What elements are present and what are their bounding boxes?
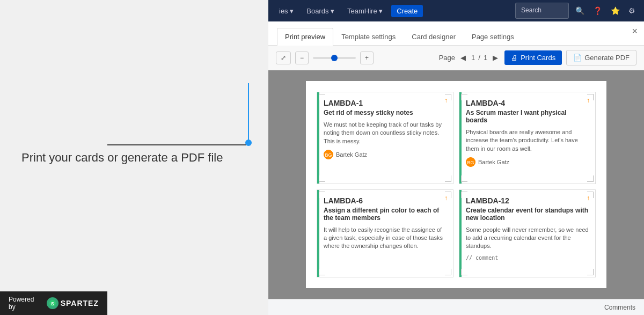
settings-icon[interactable]: ⚙ <box>626 4 638 17</box>
priority-icon: ↑ <box>587 97 590 104</box>
card-id: LAMBDA-4 <box>466 99 589 107</box>
corner-bl <box>319 269 325 275</box>
tab-template-settings[interactable]: Template settings <box>333 28 404 45</box>
connector-line <box>248 83 249 141</box>
nav-item-teamhire[interactable]: TeamHire ▾ <box>343 5 387 17</box>
page-total: 1 <box>484 54 487 62</box>
card-lambda-1: ↑ LAMBDA-1 Get rid of messy sticky notes… <box>317 92 453 184</box>
powered-by-bar: Powered by S SPARTEZ <box>0 291 107 315</box>
card-border <box>317 190 319 277</box>
corner-bl <box>461 175 467 182</box>
corner-bl <box>461 269 467 275</box>
powered-by-text: Powered by <box>9 296 42 311</box>
page-label: Page <box>439 54 455 62</box>
card-id: LAMBDA-1 <box>324 99 447 107</box>
card-lambda-4: ↑ LAMBDA-4 As Scrum master I want physic… <box>459 92 596 184</box>
card-lambda-6: ↑ LAMBDA-6 Assign a different pin color … <box>317 189 453 278</box>
assignee-name: Bartek Gatz <box>336 151 367 158</box>
left-panel: Print your cards or generate a PDF file … <box>0 0 274 315</box>
page-current: 1 <box>471 54 475 62</box>
status-bar: Comments <box>268 299 644 315</box>
corner-tl <box>461 94 467 100</box>
corner-br <box>445 175 451 182</box>
arrow-horizontal-line <box>107 144 246 145</box>
page-next-button[interactable]: ▶ <box>491 53 500 63</box>
star-icon[interactable]: ⭐ <box>609 4 622 17</box>
generate-pdf-button[interactable]: 📄 Generate PDF <box>566 50 636 65</box>
priority-icon: ↑ <box>444 97 448 104</box>
card-body: We must not be keeping track of our task… <box>324 121 447 145</box>
card-title: As Scrum master I want physical boards <box>466 109 589 124</box>
tab-card-designer[interactable]: Card designer <box>404 28 464 45</box>
connector-dot <box>245 140 252 146</box>
nav-item-boards[interactable]: Boards ▾ <box>302 5 339 17</box>
tab-print-preview[interactable]: Print preview <box>277 28 333 46</box>
page-info: Page ◀ 1 / 1 ▶ <box>439 53 500 63</box>
card-id: LAMBDA-6 <box>324 196 447 205</box>
tab-page-settings[interactable]: Page settings <box>464 28 522 45</box>
spartez-icon: S <box>47 297 58 309</box>
card-body: It will help to easily recognise the ass… <box>324 226 447 251</box>
annotation-text: Print your cards or generate a PDF file <box>21 151 223 165</box>
card-title: Assign a different pin color to each of … <box>324 207 447 222</box>
print-cards-button[interactable]: 🖨 Print Cards <box>504 50 562 65</box>
print-icon: 🖨 <box>511 54 518 62</box>
priority-icon: ↑ <box>444 194 448 202</box>
svg-text:BG: BG <box>467 160 474 165</box>
annotation-area: Print your cards or generate a PDF file <box>0 0 274 315</box>
card-border <box>459 92 462 184</box>
tabs-bar: Print preview Template settings Card des… <box>268 21 644 46</box>
card-border <box>459 190 462 277</box>
corner-tl <box>319 94 325 100</box>
help-icon[interactable]: ❓ <box>591 4 604 17</box>
comments-label: Comments <box>604 304 635 311</box>
preview-area: ↑ LAMBDA-1 Get rid of messy sticky notes… <box>268 70 644 299</box>
card-body: Physical boards are really awesome and i… <box>466 128 589 153</box>
corner-tl <box>461 192 467 198</box>
priority-icon: ↑ <box>587 194 590 202</box>
card-title: Get rid of messy sticky notes <box>324 109 447 116</box>
corner-bl <box>319 175 325 182</box>
app-window: ies ▾ Boards ▾ TeamHire ▾ Create Search … <box>268 0 644 315</box>
card-assignee: BG Bartek Gatz <box>466 157 589 167</box>
nav-search[interactable]: Search <box>515 3 569 18</box>
corner-br <box>587 175 594 182</box>
nav-bar: ies ▾ Boards ▾ TeamHire ▾ Create Search … <box>268 0 644 21</box>
nav-create-button[interactable]: Create <box>391 5 423 17</box>
corner-br <box>445 269 451 275</box>
card-title: Create calendar event for standups with … <box>466 207 589 222</box>
page-prev-button[interactable]: ◀ <box>458 53 468 63</box>
nav-item-ies[interactable]: ies ▾ <box>275 5 298 17</box>
card-comment: // comment <box>466 255 589 261</box>
svg-text:S: S <box>51 301 54 306</box>
assignee-avatar: BG <box>466 157 475 167</box>
zoom-slider[interactable] <box>313 57 356 59</box>
pdf-icon: 📄 <box>573 54 582 62</box>
card-body: Some people will never remember, so we n… <box>466 226 589 251</box>
card-id: LAMBDA-12 <box>466 196 589 205</box>
card-assignee: BG Bartek Gatz <box>324 150 447 159</box>
nav-right: Search 🔍 ❓ ⭐ ⚙ <box>515 3 638 18</box>
modal-content: × Print preview Template settings Card d… <box>268 21 644 315</box>
toolbar: ⤢ − + Page ◀ 1 / 1 ▶ 🖨 Print Cards 📄 Gen… <box>268 46 644 70</box>
page-preview: ↑ LAMBDA-1 Get rid of messy sticky notes… <box>306 81 606 288</box>
zoom-thumb <box>331 55 338 61</box>
modal-close-button[interactable]: × <box>632 26 638 37</box>
svg-text:BG: BG <box>325 152 332 158</box>
assignee-name: Bartek Gatz <box>478 159 509 165</box>
page-separator: / <box>478 54 480 62</box>
corner-br <box>587 269 594 275</box>
zoom-out-button[interactable]: − <box>295 52 309 64</box>
spartez-logo: S SPARTEZ <box>47 297 99 309</box>
spartez-name: SPARTEZ <box>61 299 99 307</box>
search-icon[interactable]: 🔍 <box>573 4 587 17</box>
card-border <box>317 92 319 184</box>
zoom-in-button[interactable]: + <box>360 52 374 64</box>
card-lambda-12: ↑ LAMBDA-12 Create calendar event for st… <box>459 189 596 278</box>
corner-tl <box>319 192 325 198</box>
assignee-avatar: BG <box>324 150 333 159</box>
expand-button[interactable]: ⤢ <box>276 52 291 64</box>
